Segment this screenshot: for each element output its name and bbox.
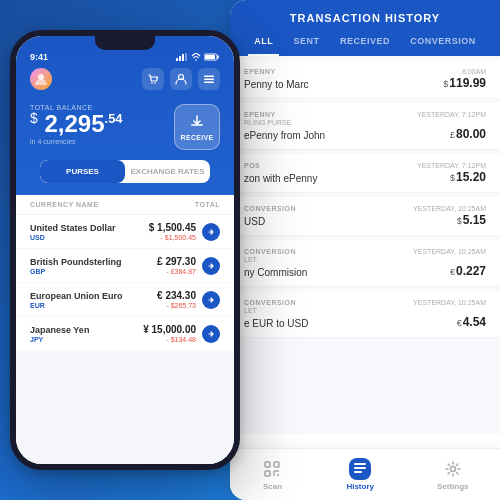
- shopping-icon-btn[interactable]: [142, 68, 164, 90]
- scan-icon: [261, 458, 283, 480]
- tab-exchange-rates[interactable]: EXCHANGE RATES: [125, 160, 210, 183]
- svg-rect-6: [354, 463, 366, 465]
- purse-total-main: ¥ 15,000.00: [143, 324, 196, 335]
- svg-rect-21: [204, 76, 214, 78]
- item-desc: ePenny from John: [244, 130, 325, 141]
- list-item: POS YESTERDAY, 7:12PM zon with ePenny $1…: [230, 154, 500, 193]
- svg-rect-1: [274, 462, 279, 467]
- purse-code: EUR: [30, 302, 123, 309]
- purse-list: CURRENCY NAME TOTAL United States Dollar…: [16, 195, 234, 351]
- item-desc: USD: [244, 216, 265, 227]
- purse-code: JPY: [30, 336, 89, 343]
- signal-icon: [176, 53, 188, 61]
- purse-code: USD: [30, 234, 116, 241]
- purse-item-gbp[interactable]: British Poundsterling GBP £ 297.30 - £38…: [16, 249, 234, 283]
- purse-item-usd[interactable]: United States Dollar USD $ 1,500.45 - $1…: [16, 215, 234, 249]
- item-amount: £80.00: [450, 127, 486, 141]
- svg-rect-13: [185, 53, 187, 61]
- balance-sub: in 4 currencies: [30, 138, 123, 145]
- purse-amount-wrap: £ 297.30 - £384.87: [157, 256, 220, 275]
- nav-history-label: History: [346, 482, 374, 491]
- svg-rect-16: [205, 55, 215, 59]
- list-item: CONVERSION YESTERDAY, 10:25AM USD $5.15: [230, 197, 500, 236]
- item-sub: LET: [244, 307, 486, 314]
- item-category: ePENNY: [244, 68, 276, 75]
- item-amount: $119.99: [443, 76, 486, 90]
- nav-settings[interactable]: Settings: [437, 458, 469, 491]
- tab-all[interactable]: ALL: [248, 32, 279, 56]
- item-amount: $15.20: [450, 170, 486, 184]
- purse-amount-wrap: ¥ 15,000.00 - $134.48: [143, 324, 220, 343]
- avatar[interactable]: [30, 68, 52, 90]
- total-header: TOTAL: [195, 201, 220, 208]
- item-sub: RLING PURSE: [244, 119, 486, 126]
- purse-total-main: € 234.30: [157, 290, 196, 301]
- item-desc: Penny to Marc: [244, 79, 308, 90]
- phone-top-nav: [16, 66, 234, 96]
- svg-point-14: [195, 59, 197, 61]
- purse-item-jpy[interactable]: Japanese Yen JPY ¥ 15,000.00 - $134.48: [16, 317, 234, 351]
- list-item: ePENNY YESTERDAY, 7:12PM RLING PURSE ePe…: [230, 103, 500, 150]
- item-desc: ny Commision: [244, 267, 307, 278]
- svg-rect-22: [204, 79, 214, 81]
- item-time: YESTERDAY, 10:25AM: [413, 248, 486, 255]
- svg-point-9: [450, 467, 455, 472]
- bottom-navigation: Scan History Settings: [230, 448, 500, 500]
- receive-icon: [188, 114, 206, 132]
- purse-total-sub: - $265.73: [157, 302, 196, 309]
- phone-tabs: PURSES EXCHANGE RATES: [40, 160, 210, 183]
- item-amount: $5.15: [457, 213, 486, 227]
- svg-rect-0: [265, 462, 270, 467]
- nav-history[interactable]: History: [346, 458, 374, 491]
- history-tabs: ALL SENT RECEIVED CONVERSION: [244, 32, 486, 56]
- history-panel: TRANSACTION HISTORY ALL SENT RECEIVED CO…: [230, 0, 500, 500]
- item-amount: €0.227: [450, 264, 486, 278]
- tab-conversion[interactable]: CONVERSION: [404, 32, 482, 56]
- list-item: CONVERSION YESTERDAY, 10:25AM LET e EUR …: [230, 291, 500, 338]
- purse-arrow-icon[interactable]: [202, 223, 220, 241]
- status-icons: [176, 53, 220, 61]
- tab-sent[interactable]: SENT: [288, 32, 326, 56]
- balance-main: 2,295: [44, 110, 104, 137]
- purse-amount-wrap: $ 1,500.45 - $1,500.45: [149, 222, 220, 241]
- svg-rect-8: [354, 471, 362, 473]
- purse-name: United States Dollar: [30, 223, 116, 233]
- purse-arrow-icon[interactable]: [202, 257, 220, 275]
- user-icon-btn[interactable]: [170, 68, 192, 90]
- purse-amount-wrap: € 234.30 - $265.73: [157, 290, 220, 309]
- purse-arrow-icon[interactable]: [202, 291, 220, 309]
- receive-label: RECEIVE: [181, 134, 214, 141]
- receive-button[interactable]: RECEIVE: [174, 104, 220, 150]
- purse-name: Japanese Yen: [30, 325, 89, 335]
- svg-rect-7: [354, 467, 366, 469]
- tab-received[interactable]: RECEIVED: [334, 32, 396, 56]
- phone-mockup: 9:41: [10, 30, 240, 470]
- menu-icon-btn[interactable]: [198, 68, 220, 90]
- purse-item-eur[interactable]: European Union Euro EUR € 234.30 - $265.…: [16, 283, 234, 317]
- history-icon: [349, 458, 371, 480]
- purse-arrow-icon[interactable]: [202, 325, 220, 343]
- item-category: ePENNY: [244, 111, 276, 118]
- settings-icon: [442, 458, 464, 480]
- svg-rect-23: [204, 82, 214, 84]
- purse-total-sub: - £384.87: [157, 268, 196, 275]
- item-category: CONVERSION: [244, 248, 296, 255]
- history-items-list: ePENNY 8:00AM Penny to Marc $119.99 ePEN…: [230, 56, 500, 434]
- purse-total-main: £ 297.30: [157, 256, 196, 267]
- item-category: CONVERSION: [244, 205, 296, 212]
- tab-purses[interactable]: PURSES: [40, 160, 125, 183]
- purse-list-header: CURRENCY NAME TOTAL: [16, 195, 234, 215]
- svg-rect-11: [179, 56, 181, 61]
- currency-name-header: CURRENCY NAME: [30, 201, 99, 208]
- phone-screen: 9:41: [16, 36, 234, 464]
- battery-icon: [204, 53, 220, 61]
- phone-notch: [95, 36, 155, 50]
- purse-total-sub: - $134.48: [143, 336, 196, 343]
- item-desc: zon with ePenny: [244, 173, 317, 184]
- history-title: TRANSACTION HISTORY: [244, 12, 486, 32]
- nav-scan[interactable]: Scan: [261, 458, 283, 491]
- svg-rect-10: [176, 58, 178, 61]
- purse-code: GBP: [30, 268, 122, 275]
- item-category: POS: [244, 162, 260, 169]
- balance-amount: $ 2,295.54: [30, 111, 123, 136]
